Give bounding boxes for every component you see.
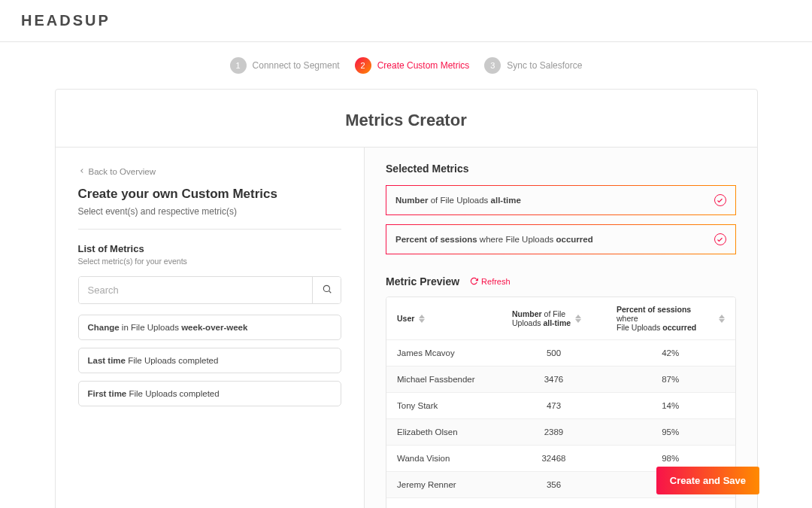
cell-user: Clint Barton xyxy=(386,498,501,509)
cell-user: Wanda Vision xyxy=(386,446,501,472)
svg-marker-2 xyxy=(419,315,425,318)
sort-icon xyxy=(419,315,425,323)
cell-percent-sessions: 14% xyxy=(606,393,735,419)
svg-marker-7 xyxy=(719,319,725,323)
table-row[interactable]: Clint Barton5639% xyxy=(386,498,735,509)
search-input[interactable] xyxy=(79,277,313,303)
sort-icon xyxy=(719,315,725,323)
step-create-metrics[interactable]: 2 Create Custom Metrics xyxy=(355,57,470,74)
step-number: 2 xyxy=(355,57,371,74)
refresh-icon xyxy=(470,277,478,287)
selected-metrics-heading: Selected Metrics xyxy=(386,163,735,175)
step-number: 1 xyxy=(230,57,247,74)
cell-user: Michael Fassbender xyxy=(386,367,501,393)
metric-preview-header: Metric Preview Refresh xyxy=(386,275,735,287)
selected-metric-percent-sessions[interactable]: Percent of sessions where File Uploads o… xyxy=(386,224,735,254)
svg-line-1 xyxy=(329,291,331,294)
list-of-metrics-heading: List of Metrics xyxy=(78,243,342,254)
refresh-button[interactable]: Refresh xyxy=(470,277,511,287)
table-row[interactable]: Michael Fassbender347687% xyxy=(386,367,735,393)
left-pane: Back to Overview Create your own Custom … xyxy=(56,148,365,508)
cell-number-uploads: 32468 xyxy=(501,446,606,472)
create-metrics-heading: Create your own Custom Metrics xyxy=(78,187,342,202)
metric-option-change-wow[interactable]: Change in File Uploads week-over-week xyxy=(78,315,342,340)
metric-preview-heading: Metric Preview xyxy=(386,275,459,287)
list-of-metrics-help: Select metric(s) for your events xyxy=(78,257,342,266)
table-row[interactable]: Tony Stark47314% xyxy=(386,393,735,419)
create-and-save-button[interactable]: Create and Save xyxy=(656,467,759,494)
cell-percent-sessions: 39% xyxy=(606,498,735,509)
chevron-left-icon xyxy=(78,167,86,176)
column-header-number-uploads[interactable]: Number of FileUploads all-time xyxy=(501,297,606,340)
metric-option-last-time[interactable]: Last time File Uploads completed xyxy=(78,348,342,373)
svg-marker-6 xyxy=(719,315,725,318)
step-number: 3 xyxy=(484,57,501,74)
step-sync-salesforce[interactable]: 3 Sync to Salesforce xyxy=(484,57,582,74)
search-button[interactable] xyxy=(312,277,341,303)
cell-number-uploads: 356 xyxy=(501,472,606,498)
step-label: Create Custom Metrics xyxy=(377,60,470,71)
svg-point-0 xyxy=(323,285,329,291)
table-row[interactable]: James Mcavoy50042% xyxy=(386,340,735,367)
cell-number-uploads: 500 xyxy=(501,340,606,367)
cell-user: James Mcavoy xyxy=(386,340,501,367)
search-icon xyxy=(322,284,332,297)
cell-number-uploads: 2389 xyxy=(501,419,606,446)
check-circle-icon xyxy=(714,194,726,206)
metric-option-first-time[interactable]: First time File Uploads completed xyxy=(78,381,342,406)
cell-percent-sessions: 95% xyxy=(606,419,735,446)
divider xyxy=(78,229,342,230)
table-row[interactable]: Elizabeth Olsen238995% xyxy=(386,419,735,446)
page-title: Metrics Creator xyxy=(56,90,757,147)
step-connect-segment[interactable]: 1 Connnect to Segment xyxy=(230,57,340,74)
metrics-creator-card: Metrics Creator Back to Overview Create … xyxy=(55,89,758,508)
create-metrics-subheading: Select event(s) and respective metric(s) xyxy=(78,206,342,217)
cell-percent-sessions: 42% xyxy=(606,340,735,367)
brand-logo: HEADSUP xyxy=(21,12,791,29)
back-to-overview-link[interactable]: Back to Overview xyxy=(78,167,342,176)
cell-number-uploads: 3476 xyxy=(501,367,606,393)
step-label: Sync to Salesforce xyxy=(507,60,582,71)
column-header-user[interactable]: User xyxy=(386,297,501,340)
cell-number-uploads: 473 xyxy=(501,393,606,419)
column-header-percent-sessions[interactable]: Percent of sessions whereFile Uploads oc… xyxy=(606,297,735,340)
selected-metric-number-alltime[interactable]: Number of File Uploads all-time xyxy=(386,185,735,215)
cell-user: Jeremy Renner xyxy=(386,472,501,498)
card-body: Back to Overview Create your own Custom … xyxy=(56,147,757,508)
svg-marker-5 xyxy=(575,319,581,323)
svg-marker-3 xyxy=(419,319,425,323)
sort-icon xyxy=(575,315,581,323)
wizard-stepper: 1 Connnect to Segment 2 Create Custom Me… xyxy=(0,42,812,89)
svg-marker-4 xyxy=(575,315,581,318)
metrics-search xyxy=(78,276,342,304)
cell-user: Tony Stark xyxy=(386,393,501,419)
check-circle-icon xyxy=(714,233,726,245)
cell-number-uploads: 56 xyxy=(501,498,606,509)
cell-percent-sessions: 87% xyxy=(606,367,735,393)
app-header: HEADSUP xyxy=(0,0,812,42)
cell-user: Elizabeth Olsen xyxy=(386,419,501,446)
step-label: Connnect to Segment xyxy=(253,60,340,71)
right-pane: Selected Metrics Number of File Uploads … xyxy=(364,148,756,508)
